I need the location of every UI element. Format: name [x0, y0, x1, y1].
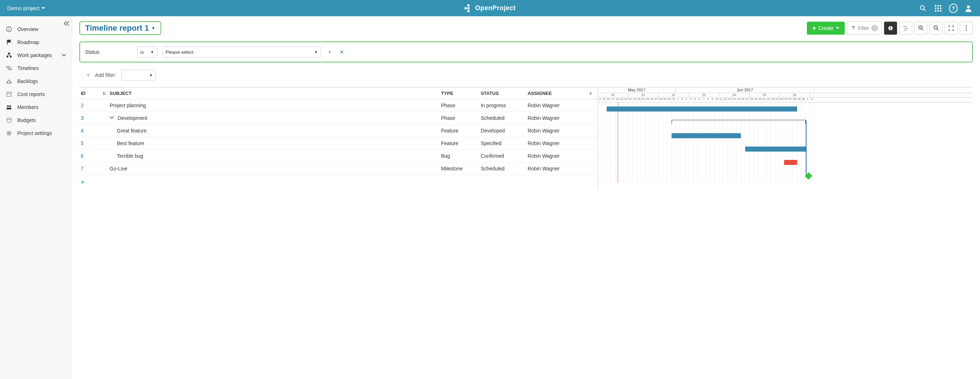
svg-rect-8 [940, 5, 942, 6]
wp-subject: Great feature [102, 128, 147, 134]
sidebar: Overview Roadmap Work packages Timelines… [0, 16, 72, 379]
filter-button[interactable]: Filter 1 [847, 22, 882, 35]
plus-icon: + [812, 25, 816, 32]
col-header-type[interactable]: TYPE [441, 91, 481, 96]
info-icon [888, 25, 893, 31]
gantt-body [598, 102, 973, 183]
sidebar-item-backlogs[interactable]: Backlogs [0, 75, 72, 88]
caret-down-icon: ▼ [150, 50, 154, 54]
gantt-bar[interactable] [784, 160, 797, 165]
add-column-button[interactable]: + [585, 91, 596, 96]
sidebar-item-timelines[interactable]: Timelines [0, 62, 72, 75]
filter-add-value-button[interactable]: + [326, 49, 333, 55]
wp-id-link[interactable]: 7 [81, 166, 102, 172]
col-header-status[interactable]: STATUS [481, 91, 528, 96]
sidebar-item-project-settings[interactable]: Project settings [0, 127, 72, 140]
sidebar-label: Roadmap [18, 39, 39, 45]
more-button[interactable] [960, 22, 973, 35]
wp-assignee: Robin Wagner [528, 153, 585, 159]
wp-id-link[interactable]: 6 [81, 153, 102, 159]
table-row[interactable]: 4Great featureFeatureDevelopedRobin Wagn… [80, 124, 598, 137]
sidebar-collapse-button[interactable] [64, 21, 70, 25]
top-header: Demo project OpenProject ? [0, 0, 980, 16]
wp-status: In progress [481, 102, 528, 108]
wp-status: Scheduled [481, 166, 528, 172]
wp-subject: Development [102, 115, 148, 121]
col-header-assignee[interactable]: ASSIGNEE [528, 91, 585, 96]
wp-id-link[interactable]: 3 [81, 115, 102, 121]
logo[interactable]: OpenProject [464, 4, 516, 13]
caret-down-icon: ▼ [151, 25, 156, 31]
gantt-bar[interactable] [745, 147, 806, 151]
svg-line-43 [922, 29, 923, 30]
wp-assignee: Robin Wagner [528, 102, 585, 108]
svg-rect-0 [464, 7, 466, 10]
zoom-in-button[interactable] [914, 22, 928, 35]
backlog-icon [6, 78, 12, 84]
logo-icon [464, 4, 473, 13]
gantt-bar[interactable] [607, 107, 797, 111]
table-row[interactable]: 2Project planningPhaseIn progressRobin W… [80, 99, 598, 112]
timeline-icon [6, 65, 12, 72]
col-header-id[interactable]: ID [81, 91, 102, 96]
svg-rect-12 [935, 10, 936, 11]
filter-remove-button[interactable]: ✕ [338, 49, 345, 55]
view-title-dropdown[interactable]: Timeline report 1 ▼ [80, 21, 161, 35]
add-filter-select[interactable]: ▼ [121, 70, 156, 81]
filter-value-placeholder: Please select [165, 49, 193, 55]
table-row[interactable]: 5Best featureFeatureSpecifiedRobin Wagne… [80, 137, 598, 150]
caret-down-icon [41, 7, 45, 10]
svg-point-49 [966, 25, 967, 27]
table-row[interactable]: 7Go-LiveMilestoneScheduledRobin Wagner [80, 162, 598, 175]
gantt-toggle-button[interactable] [899, 22, 912, 35]
members-icon [6, 104, 12, 110]
table-row[interactable]: 6Terrible bugBugConfirmedRobin Wagner [80, 150, 598, 162]
logo-text: OpenProject [475, 4, 516, 12]
wp-id-link[interactable]: 2 [81, 102, 102, 108]
filter-icon [851, 25, 856, 31]
project-selector[interactable]: Demo project [7, 5, 45, 11]
gantt-pane[interactable]: May 2017Jun 2017 20212223242526 41516171… [598, 88, 973, 190]
col-header-subject[interactable]: SUBJECT [102, 91, 441, 96]
zoom-out-button[interactable] [929, 22, 942, 35]
sidebar-label: Work packages [18, 53, 52, 58]
modules-button[interactable] [934, 4, 942, 13]
svg-rect-26 [6, 67, 10, 67]
gantt-bar[interactable] [671, 133, 741, 138]
sidebar-item-cost-reports[interactable]: Cost reports [0, 88, 72, 101]
sidebar-item-roadmap[interactable]: Roadmap [0, 36, 72, 49]
wp-status: Confirmed [481, 153, 528, 159]
wp-id-link[interactable]: 5 [81, 140, 102, 146]
search-button[interactable] [919, 4, 928, 13]
add-filter-label: Add filter: [95, 72, 116, 78]
create-button[interactable]: + Create [807, 22, 845, 35]
sidebar-label: Members [18, 104, 38, 110]
work-package-split: ID SUBJECT TYPE STATUS ASSIGNEE + 2Proje… [80, 88, 973, 190]
add-filter-row: + Add filter: ▼ [80, 67, 973, 88]
svg-rect-14 [940, 10, 942, 11]
filter-count-badge: 1 [872, 25, 878, 32]
more-vertical-icon [966, 25, 967, 31]
budgets-icon [6, 117, 12, 123]
info-button[interactable] [884, 22, 897, 35]
help-button[interactable]: ? [949, 4, 958, 13]
sidebar-item-budgets[interactable]: Budgets [0, 114, 72, 127]
wp-id-link[interactable]: 4 [81, 128, 102, 134]
today-line [617, 102, 618, 183]
svg-rect-2 [467, 7, 469, 10]
add-row-button[interactable]: + [80, 175, 598, 190]
help-icon: ? [949, 3, 958, 13]
table-row[interactable]: 3DevelopmentPhaseScheduledRobin Wagner [80, 112, 598, 124]
sidebar-item-members[interactable]: Members [0, 101, 72, 114]
filter-value-select[interactable]: Please select ▼ [162, 46, 321, 57]
svg-point-33 [10, 105, 11, 107]
fullscreen-button[interactable] [945, 22, 958, 35]
filter-operator-select[interactable]: is ▼ [137, 46, 157, 57]
gantt-group-bracket[interactable] [671, 120, 806, 124]
user-button[interactable] [964, 4, 973, 13]
svg-rect-30 [7, 92, 11, 96]
sidebar-item-work-packages[interactable]: Work packages [0, 49, 72, 62]
svg-point-18 [9, 27, 10, 28]
svg-rect-19 [8, 53, 10, 54]
sidebar-item-overview[interactable]: Overview [0, 23, 72, 36]
